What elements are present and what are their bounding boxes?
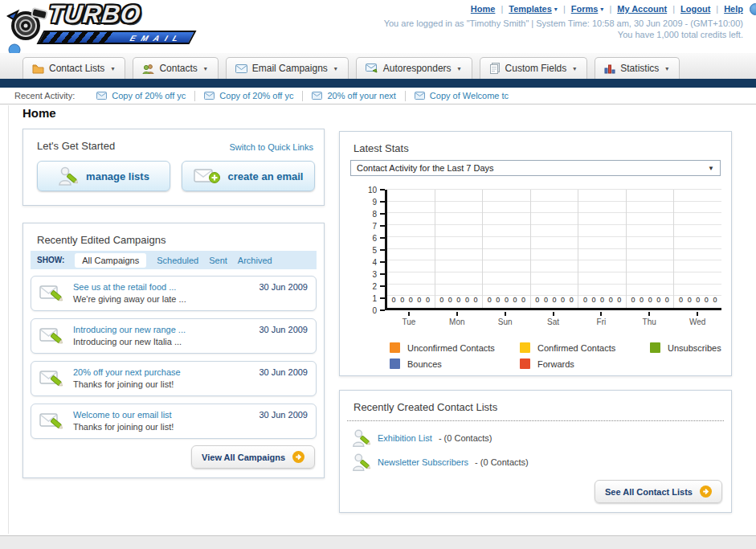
stats-report-selected-value: Contact Activity for the Last 7 Days <box>357 163 494 173</box>
legend-label: Bounces <box>407 359 442 369</box>
campaign-title-link[interactable]: 20% off your next purchase <box>73 367 181 377</box>
tab-contacts[interactable]: Contacts ▾ <box>133 57 218 79</box>
see-all-contact-lists-button[interactable]: See All Contact Lists <box>595 480 722 503</box>
campaign-title-link[interactable]: Welcome to our email list <box>73 410 172 420</box>
chevron-down-icon: ▾ <box>600 6 603 13</box>
value-label: 0 <box>640 296 644 304</box>
value-label: 0 <box>513 296 517 304</box>
x-tick-label: Thu <box>625 312 673 333</box>
envelope-plus-icon <box>194 167 221 185</box>
chart-group: 00000 <box>578 190 627 308</box>
campaign-subtitle: Introducing our new Italia ... <box>73 337 182 346</box>
latest-stats-title: Latest Stats <box>353 142 409 154</box>
nav-link-logout[interactable]: Logout <box>680 4 710 14</box>
pages-icon <box>489 63 501 74</box>
recent-activity-item[interactable]: Copy of 20% off yc <box>88 91 195 101</box>
page-title: Home <box>22 106 56 120</box>
tab-contact-lists[interactable]: Contact Lists ▾ <box>22 57 125 79</box>
get-started-buttons: manage lists create an email <box>37 161 315 191</box>
activity-link[interactable]: Copy of Welcome tc <box>430 91 509 100</box>
value-label: 0 <box>505 296 509 304</box>
filter-all-campaigns[interactable]: All Campaigns <box>75 253 146 268</box>
x-tick-mark <box>505 312 506 316</box>
value-labels: 00000 <box>674 296 721 304</box>
nav-link-templates[interactable]: Templates <box>509 4 552 14</box>
value-label: 0 <box>409 296 413 304</box>
manage-lists-button[interactable]: manage lists <box>37 161 170 191</box>
activity-link[interactable]: 20% off your next <box>327 91 395 100</box>
activity-link[interactable]: Copy of 20% off yc <box>219 91 293 100</box>
tab-statistics[interactable]: Statistics ▾ <box>595 57 680 79</box>
filter-scheduled[interactable]: Scheduled <box>157 256 198 265</box>
contact-list-link[interactable]: Newsletter Subscribers <box>378 457 468 467</box>
tab-email-campaigns[interactable]: Email Campaigns ▾ <box>226 57 349 79</box>
x-tick-mark <box>697 312 698 316</box>
tab-autoresponders[interactable]: Autoresponders ▾ <box>356 57 472 79</box>
value-label: 0 <box>665 296 669 304</box>
envelope-icon <box>96 92 107 100</box>
filter-archived[interactable]: Archived <box>238 256 272 265</box>
recent-activity-item[interactable]: Copy of Welcome tc <box>406 91 517 101</box>
top-nav-links: Home | Templates ▾ | Forms ▾ | My Accoun… <box>471 4 743 14</box>
contact-list-item[interactable]: Exhibition List - (0 Contacts) <box>352 428 492 449</box>
help-bubble-icon[interactable] <box>750 3 756 15</box>
value-label: 0 <box>392 296 396 304</box>
envelope-icon <box>415 92 425 100</box>
get-started-panel: Let's Get Started Switch to Quick Links … <box>22 129 325 206</box>
value-label: 0 <box>561 296 565 304</box>
campaign-row[interactable]: See us at the retail food ... We're givi… <box>31 276 317 311</box>
nav-link-forms[interactable]: Forms <box>571 4 599 14</box>
recent-activity-bar: Recent Activity: Copy of 20% off yc Copy… <box>0 88 756 104</box>
value-label: 0 <box>535 296 539 304</box>
contact-list-item[interactable]: Newsletter Subscribers - (0 Contacts) <box>352 452 529 473</box>
contact-list-count: - (0 Contacts) <box>439 433 492 443</box>
campaign-subtitle: We're giving away our late ... <box>73 294 186 304</box>
chart-y-axis: 012345678910 <box>361 190 385 310</box>
campaign-row[interactable]: Welcome to our email list Thanks for joi… <box>31 404 317 439</box>
contact-lists-title: Recently Created Contact Lists <box>353 401 497 413</box>
create-email-button[interactable]: create an email <box>182 161 315 191</box>
x-tick-mark <box>648 312 650 316</box>
envelope-pencil-icon <box>39 284 65 305</box>
filter-sent[interactable]: Sent <box>209 256 227 265</box>
dotted-divider <box>347 420 724 421</box>
arrow-circle-icon <box>292 451 304 463</box>
chevron-down-icon: ▾ <box>458 65 461 72</box>
value-label: 0 <box>448 296 452 304</box>
tab-label: Contacts <box>159 63 197 74</box>
value-label: 0 <box>648 296 652 304</box>
nav-link-my-account[interactable]: My Account <box>617 4 667 14</box>
bar-chart-icon <box>604 64 615 74</box>
value-label: 0 <box>439 296 443 304</box>
campaign-title-link[interactable]: See us at the retail food ... <box>73 282 176 292</box>
chart-group: 00000 <box>674 190 721 308</box>
legend-label: Unconfirmed Contacts <box>407 343 495 353</box>
value-label: 0 <box>570 296 574 304</box>
campaign-row[interactable]: Introducing our new range ... Introducin… <box>31 318 317 354</box>
nav-link-home[interactable]: Home <box>471 4 496 14</box>
view-all-campaigns-button[interactable]: View All Campaigns <box>191 445 315 469</box>
recent-activity-label: Recent Activity: <box>14 91 75 100</box>
envelope-icon <box>204 92 215 100</box>
recent-activity-item[interactable]: 20% off your next <box>303 91 405 101</box>
contacts-icon <box>142 64 154 74</box>
y-tick-label: 5 <box>372 246 377 255</box>
value-label: 0 <box>656 296 660 304</box>
value-label: 0 <box>713 296 717 304</box>
recent-activity-item[interactable]: Copy of 20% off yc <box>195 91 303 101</box>
contact-list-count: - (0 Contacts) <box>475 457 529 467</box>
value-label: 0 <box>609 296 613 304</box>
nav-separator: | <box>716 4 718 14</box>
campaign-row[interactable]: 20% off your next purchase Thanks for jo… <box>31 361 317 396</box>
manage-lists-label: manage lists <box>86 170 149 182</box>
value-label: 0 <box>488 296 492 304</box>
main-nav-tabbar: Contact Lists ▾ Contacts ▾ Email Campaig… <box>0 53 756 79</box>
contact-list-link[interactable]: Exhibition List <box>378 433 432 443</box>
value-labels: 00000 <box>627 296 674 304</box>
switch-to-quick-links[interactable]: Switch to Quick Links <box>229 142 313 152</box>
campaign-title-link[interactable]: Introducing our new range ... <box>73 325 186 334</box>
stats-report-select[interactable]: Contact Activity for the Last 7 Days ▼ <box>350 160 721 176</box>
activity-link[interactable]: Copy of 20% off yc <box>112 91 186 100</box>
nav-link-help[interactable]: Help <box>724 4 743 14</box>
tab-custom-fields[interactable]: Custom Fields ▾ <box>480 57 588 79</box>
